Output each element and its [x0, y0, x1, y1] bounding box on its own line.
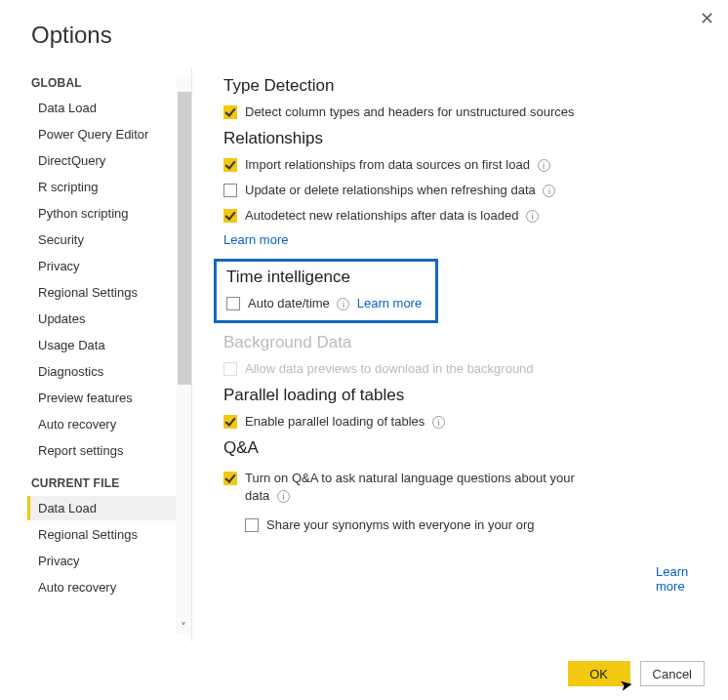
ok-button[interactable]: OK [568, 661, 630, 686]
scrollbar-thumb[interactable] [178, 92, 191, 385]
dialog-footer: OK Cancel [568, 661, 705, 686]
link-qna-learn-more[interactable]: Learn more [656, 564, 693, 594]
label-qna-turn-on: Turn on Q&A to ask natural language ques… [245, 470, 594, 505]
sidebar-item-data-load-global[interactable]: Data Load [27, 96, 191, 120]
sidebar-item-regional-settings-global[interactable]: Regional Settings [27, 280, 191, 305]
label-parallel-loading: Enable parallel loading of tables i [245, 413, 445, 431]
dialog-title: Options [0, 0, 728, 49]
group-type-detection: Type Detection [223, 76, 701, 96]
sidebar-item-python-scripting[interactable]: Python scripting [27, 201, 191, 226]
highlight-time-intelligence: Time intelligence Auto date/time i Learn… [214, 259, 438, 323]
sidebar-item-preview-features[interactable]: Preview features [27, 386, 191, 410]
label-qna-share-synonyms: Share your synonyms with everyone in you… [266, 516, 535, 534]
checkbox-auto-date-time[interactable] [226, 297, 240, 310]
sidebar-item-privacy-global[interactable]: Privacy [27, 254, 191, 278]
info-icon[interactable]: i [432, 416, 445, 429]
close-icon[interactable]: ✕ [700, 8, 714, 29]
link-time-intel-learn-more[interactable]: Learn more [357, 296, 422, 310]
checkbox-detect-column-types[interactable] [223, 105, 237, 119]
label-auto-date-time: Auto date/time i Learn more [248, 295, 422, 312]
info-icon[interactable]: i [526, 210, 539, 223]
label-background-previews: Allow data previews to download in the b… [245, 360, 534, 378]
scrollbar-track[interactable] [176, 76, 191, 634]
group-time-intelligence: Time intelligence [226, 268, 425, 287]
sidebar-item-diagnostics[interactable]: Diagnostics [27, 359, 191, 384]
options-panel: Type Detection Detect column types and h… [202, 68, 728, 641]
label-autodetect-relationships: Autodetect new relationships after data … [245, 207, 539, 225]
sidebar-item-regional-settings-current[interactable]: Regional Settings [27, 522, 191, 547]
sidebar-item-report-settings[interactable]: Report settings [27, 438, 191, 463]
checkbox-update-relationships[interactable] [223, 184, 237, 197]
label-import-relationships: Import relationships from data sources o… [245, 156, 550, 174]
cancel-button[interactable]: Cancel [640, 661, 705, 686]
sidebar-section-global: GLOBAL [31, 76, 191, 90]
group-parallel-loading: Parallel loading of tables [223, 386, 701, 405]
link-relationships-learn-more[interactable]: Learn more [223, 232, 701, 247]
checkbox-import-relationships[interactable] [223, 158, 237, 172]
scroll-down-icon[interactable]: ˅ [176, 620, 191, 636]
sidebar: GLOBAL Data Load Power Query Editor Dire… [0, 68, 191, 641]
info-icon[interactable]: i [538, 159, 550, 172]
group-qna: Q&A [223, 438, 701, 458]
checkbox-background-previews [223, 362, 237, 376]
sidebar-item-directquery[interactable]: DirectQuery [27, 148, 191, 173]
checkbox-autodetect-relationships[interactable] [223, 209, 237, 223]
checkbox-qna-turn-on[interactable] [223, 472, 237, 485]
sidebar-item-usage-data[interactable]: Usage Data [27, 333, 191, 357]
sidebar-item-power-query-editor[interactable]: Power Query Editor [27, 122, 191, 146]
label-detect-column-types: Detect column types and headers for unst… [245, 103, 574, 121]
sidebar-item-privacy-current[interactable]: Privacy [27, 549, 191, 573]
info-icon[interactable]: i [543, 185, 555, 197]
info-icon[interactable]: i [277, 490, 290, 503]
vertical-divider [191, 68, 192, 641]
label-update-relationships: Update or delete relationships when refr… [245, 182, 555, 199]
sidebar-section-current-file: CURRENT FILE [31, 476, 191, 490]
checkbox-qna-share-synonyms[interactable] [245, 518, 259, 532]
checkbox-parallel-loading[interactable] [223, 415, 237, 429]
sidebar-item-auto-recovery-global[interactable]: Auto recovery [27, 412, 191, 436]
sidebar-item-security[interactable]: Security [27, 227, 191, 252]
info-icon[interactable]: i [337, 298, 349, 310]
sidebar-item-r-scripting[interactable]: R scripting [27, 175, 191, 199]
sidebar-item-data-load-current[interactable]: Data Load [27, 496, 191, 520]
group-relationships: Relationships [223, 129, 701, 148]
sidebar-item-updates[interactable]: Updates [27, 307, 191, 331]
sidebar-item-auto-recovery-current[interactable]: Auto recovery [27, 575, 191, 599]
group-background-data: Background Data [223, 333, 701, 352]
